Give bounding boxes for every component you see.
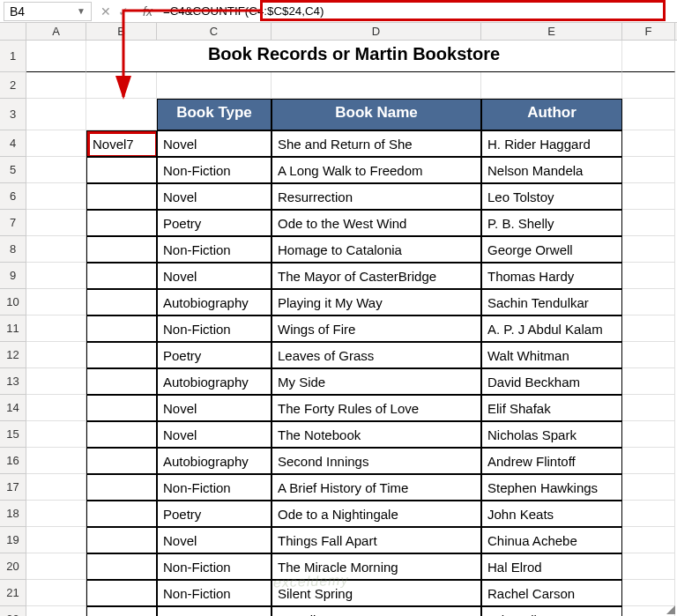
header-book-type[interactable]: Book Type <box>157 99 272 130</box>
cell-book-type[interactable]: Non-Fiction <box>157 580 272 606</box>
cell-book-type[interactable]: Novel <box>157 421 272 448</box>
col-header-D[interactable]: D <box>272 23 481 40</box>
cell-book-name[interactable]: Playing it My Way <box>272 289 481 315</box>
cell[interactable] <box>622 210 675 236</box>
cell-book-name[interactable]: A Long Walk to Freedom <box>272 157 481 183</box>
cell-author[interactable]: Sachin Tendulkar <box>481 289 622 315</box>
cell-author[interactable]: Leo Tolstoy <box>481 183 622 210</box>
cell[interactable] <box>272 72 481 99</box>
cell-book-name[interactable]: A Brief History of Time <box>272 474 481 501</box>
cell[interactable] <box>26 183 86 210</box>
cell[interactable] <box>622 342 675 368</box>
cell-book-name[interactable]: Things Fall Apart <box>272 527 481 553</box>
cell-book-type[interactable]: Novel <box>157 527 272 553</box>
cell[interactable] <box>157 72 272 99</box>
row-header[interactable]: 5 <box>0 157 26 183</box>
cell[interactable] <box>622 289 675 315</box>
cell-b4[interactable]: Novel7 <box>86 130 157 157</box>
cell[interactable] <box>622 368 675 395</box>
cell[interactable] <box>26 210 86 236</box>
cell[interactable] <box>86 606 157 616</box>
cell[interactable] <box>86 527 157 553</box>
cell-book-name[interactable]: She and Return of She <box>272 130 481 157</box>
row-header[interactable]: 16 <box>0 448 26 474</box>
cell-author[interactable]: Nicholas Spark <box>481 421 622 448</box>
cell[interactable] <box>26 315 86 342</box>
enter-icon[interactable]: ✓ <box>118 4 129 19</box>
cell-book-name[interactable]: My Side <box>272 368 481 395</box>
cell-book-name[interactable]: Silent Spring <box>272 580 481 606</box>
cell[interactable] <box>622 130 675 157</box>
cell[interactable] <box>86 368 157 395</box>
cell-book-type[interactable]: Non-Fiction <box>157 553 272 580</box>
cell-author[interactable]: John Milton <box>481 606 622 616</box>
row-header[interactable]: 9 <box>0 263 26 289</box>
cell[interactable] <box>86 263 157 289</box>
cell-book-type[interactable]: Poetry <box>157 606 272 616</box>
cell-book-type[interactable]: Autobiography <box>157 368 272 395</box>
row-header[interactable]: 17 <box>0 474 26 501</box>
resize-handle-icon[interactable] <box>665 604 675 614</box>
title-cell[interactable]: Book Records or Martin Bookstore <box>86 41 622 72</box>
cell-book-name[interactable]: Second Innings <box>272 448 481 474</box>
cell[interactable] <box>622 421 675 448</box>
cell[interactable] <box>86 580 157 606</box>
cell-book-type[interactable]: Non-Fiction <box>157 315 272 342</box>
cell-author[interactable]: Thomas Hardy <box>481 263 622 289</box>
cell[interactable] <box>26 474 86 501</box>
cell-book-type[interactable]: Novel <box>157 130 272 157</box>
cell[interactable] <box>622 99 675 130</box>
cell[interactable] <box>86 474 157 501</box>
cell[interactable] <box>622 41 675 72</box>
cell-book-type[interactable]: Non-Fiction <box>157 236 272 263</box>
cell[interactable] <box>26 342 86 368</box>
cell-book-type[interactable]: Autobiography <box>157 448 272 474</box>
header-author[interactable]: Author <box>481 99 622 130</box>
cell-author[interactable]: David Beckham <box>481 368 622 395</box>
name-box[interactable]: B4 ▼ <box>4 2 92 21</box>
cell[interactable] <box>86 210 157 236</box>
cell-book-type[interactable]: Non-Fiction <box>157 157 272 183</box>
row-header[interactable]: 3 <box>0 99 26 130</box>
cell-author[interactable]: George Orwell <box>481 236 622 263</box>
cell-author[interactable]: Stephen Hawkings <box>481 474 622 501</box>
cell-author[interactable]: Hal Elrod <box>481 553 622 580</box>
cell[interactable] <box>26 157 86 183</box>
cell[interactable] <box>622 72 675 99</box>
cell[interactable] <box>86 501 157 527</box>
cell-book-type[interactable]: Poetry <box>157 342 272 368</box>
cell[interactable] <box>622 315 675 342</box>
cell-book-type[interactable]: Non-Fiction <box>157 474 272 501</box>
cell-book-name[interactable]: The Notebook <box>272 421 481 448</box>
cell-author[interactable]: Rachel Carson <box>481 580 622 606</box>
cell-book-type[interactable]: Poetry <box>157 501 272 527</box>
cancel-icon[interactable]: ✕ <box>100 4 111 19</box>
cell[interactable] <box>622 263 675 289</box>
cell[interactable] <box>26 553 86 580</box>
cell[interactable] <box>86 236 157 263</box>
cell[interactable] <box>26 527 86 553</box>
row-header[interactable]: 18 <box>0 501 26 527</box>
cell[interactable] <box>622 183 675 210</box>
cell[interactable] <box>86 183 157 210</box>
cell[interactable] <box>622 501 675 527</box>
cell-book-name[interactable]: The Miracle Morning <box>272 553 481 580</box>
cell[interactable] <box>622 395 675 421</box>
col-header-E[interactable]: E <box>481 23 622 40</box>
cell-author[interactable]: Nelson Mandela <box>481 157 622 183</box>
cell[interactable] <box>86 99 157 130</box>
cell[interactable] <box>622 580 675 606</box>
select-all-corner[interactable] <box>0 23 26 40</box>
header-book-name[interactable]: Book Name <box>272 99 481 130</box>
cell[interactable] <box>26 448 86 474</box>
row-header[interactable]: 19 <box>0 527 26 553</box>
row-header[interactable]: 2 <box>0 72 26 99</box>
cell-book-type[interactable]: Novel <box>157 183 272 210</box>
cell-book-name[interactable]: Wings of Fire <box>272 315 481 342</box>
cell-author[interactable]: John Keats <box>481 501 622 527</box>
row-header[interactable]: 13 <box>0 368 26 395</box>
row-header[interactable]: 4 <box>0 130 26 157</box>
cell-book-type[interactable]: Novel <box>157 395 272 421</box>
cell[interactable] <box>622 448 675 474</box>
cell-author[interactable]: P. B. Shelly <box>481 210 622 236</box>
